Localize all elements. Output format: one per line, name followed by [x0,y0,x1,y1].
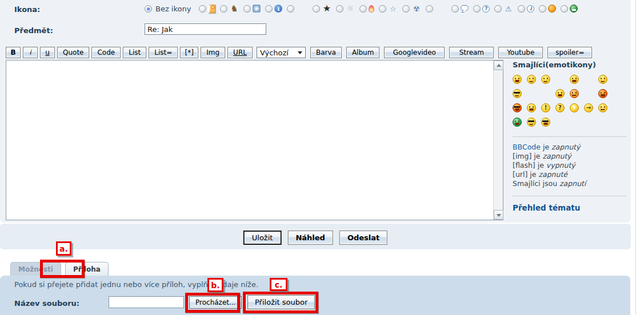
bbcode-status-state: zapnutý [551,143,580,151]
toolbar-button[interactable]: Code [91,47,121,58]
post-icon-choice [199,5,215,13]
embarrassed-smiley-icon[interactable] [570,89,579,98]
post-icon-radio[interactable] [539,5,546,13]
bbcode-status-verb: je [531,152,542,160]
grin-smiley-icon[interactable] [513,75,522,84]
post-icon-radio[interactable] [518,5,525,13]
scrollbar-up-button[interactable] [494,60,503,70]
scrollbar-down-button[interactable] [494,210,503,220]
bbcode-status-line: BBCode je zapnutý [513,143,629,152]
post-icon-radio[interactable] [359,5,367,13]
chess-knight-icon: ♞ [229,4,239,13]
question-circle-icon: ? [482,5,490,13]
neutral-smiley-icon[interactable] [598,103,607,112]
annotation-label-c: c. [270,278,287,291]
post-icon-radio[interactable] [402,5,410,13]
exclaim-smiley-icon[interactable]: ! [541,103,550,112]
icon-field-label: Ikona: [14,5,40,14]
toolbar-button[interactable]: List [123,47,146,58]
post-icon-radio[interactable] [336,5,343,13]
warning-triangle-icon: ⚠ [503,4,513,13]
save-button[interactable]: Uložit [243,231,282,245]
toolbar-button[interactable]: Album [346,47,379,58]
toolbar-button[interactable]: u [40,47,55,58]
post-icon-choice [426,4,437,13]
idea-smiley-icon[interactable]: ▼ [570,103,579,112]
wink-smiley-icon[interactable] [541,75,550,84]
rolleyes-smiley-icon[interactable] [598,75,607,84]
bbcode-status-line: Smajlíci jsou zapnutí [513,179,629,188]
toolbar-button[interactable]: B [6,47,21,58]
toolbar-button[interactable]: i [23,47,38,58]
topic-review-link[interactable]: Přehled tématu [513,203,629,212]
tab-options[interactable]: Možnosti [10,262,61,276]
tab-attachment[interactable]: Příloha [65,262,109,276]
post-icon-radio[interactable] [199,5,206,13]
toolbar-button[interactable]: Img [201,47,225,58]
toolbar-button[interactable]: List= [149,47,178,58]
mrgreen-smiley-icon[interactable] [513,118,522,127]
post-icon-radio[interactable] [451,5,459,13]
no-icon-radio[interactable] [145,5,152,13]
arrow-smiley-icon[interactable]: → [584,103,593,112]
submit-button[interactable]: Odeslat [339,231,387,245]
evil-smiley-icon[interactable] [598,89,607,98]
subject-input[interactable] [145,23,266,35]
fire-icon [369,5,374,13]
post-icon-radio[interactable] [379,5,386,13]
shocked-smiley-icon[interactable] [570,75,579,84]
textarea-scrollbar[interactable] [493,60,503,220]
bbcode-buttons-left: B i u Quote Code List List= [*] Img [6,47,253,58]
post-icon-choice: ☆ [379,4,398,13]
bbcode-status-verb: jsou [541,179,560,188]
book-fire-icon [208,5,215,13]
toolbar-button[interactable]: Barva [310,47,342,58]
post-icon-choice: i [265,5,282,13]
post-icon-choice [359,5,374,13]
preview-button[interactable]: Náhled [287,231,333,245]
post-icon-radio[interactable] [313,5,320,13]
post-icon-radio[interactable] [243,5,251,13]
no-icon-label: Bez ikony [155,5,191,13]
bbcode-status-tag: [img] [513,152,531,160]
info-badge-icon: i [274,5,282,13]
post-icon-radio[interactable] [426,5,433,13]
post-icon-radio[interactable] [265,5,273,13]
attach-file-button[interactable]: Přiložit soubor [247,295,315,309]
toolbar-button[interactable]: Youtube [498,47,543,58]
cool-smiley-icon[interactable] [513,89,522,98]
browse-button[interactable]: Procházet... [189,296,242,309]
toolbar-button[interactable]: Quote [57,47,89,58]
music-disc-icon [253,5,261,13]
toolbar-button[interactable]: spoiler= [547,47,592,58]
toolbar-button[interactable]: [*] [180,47,198,58]
twisted-evil-smiley-icon[interactable] [513,103,522,112]
sidebar-divider [513,136,627,137]
post-icon-radio[interactable] [287,5,294,13]
post-icon-choice [451,5,469,13]
speech-bubble-icon [461,5,469,11]
post-icon-radio[interactable] [561,5,568,13]
bbcode-status-tag: Smajlíci [513,179,541,188]
message-textarea[interactable] [6,60,503,220]
razz-smiley-icon[interactable] [555,89,565,98]
lol-smiley-icon[interactable] [527,103,536,112]
font-style-select[interactable]: Výchozí [257,47,306,58]
filename-input[interactable] [109,296,184,308]
post-icon-choice: ★ [313,4,331,13]
toolbar-button[interactable]: Googlevideo [384,47,445,58]
post-form-panel: Ikona: Bez ikony ♞ [0,0,631,223]
nerd-smiley-icon[interactable] [541,118,550,127]
geek-smiley-icon[interactable] [527,118,536,127]
bbcode-status-state: vypnutý [546,161,575,169]
question-smiley-icon[interactable]: ? [555,103,565,112]
orange-smiley-icon [548,5,556,13]
toolbar-button[interactable]: URL [227,47,253,58]
toolbar-button[interactable]: Stream [449,47,494,58]
smile-smiley-icon[interactable] [527,75,536,84]
star-outline-icon: ☆ [388,4,398,13]
post-icon-radio[interactable] [220,5,227,13]
post-icon-radio[interactable] [494,5,502,13]
post-icon-radio[interactable] [473,5,481,13]
post-icon-choice [287,4,298,13]
